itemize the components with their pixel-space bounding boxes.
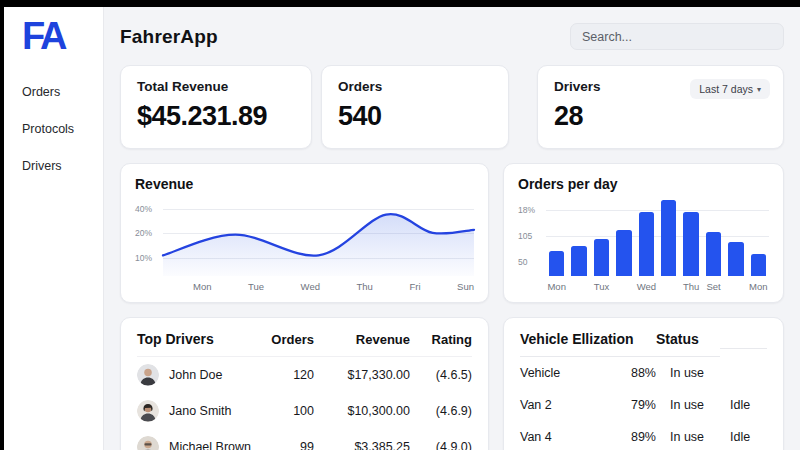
vehicle-utilization-pct: 89% bbox=[612, 421, 656, 450]
driver-revenue: $3,385.25 bbox=[314, 433, 410, 450]
main-content: FahrerApp Total Revenue $45.231.89 Order… bbox=[104, 7, 800, 450]
x-tick-label: Mon bbox=[547, 281, 565, 292]
charts-row: Revenue 40% 20% 10% bbox=[120, 163, 784, 303]
x-tick-label: Mon bbox=[193, 281, 211, 292]
driver-revenue: $10,300.00 bbox=[314, 397, 410, 425]
driver-name-cell: Jano Smith bbox=[137, 393, 258, 429]
table-title: Top Drivers bbox=[137, 331, 258, 357]
vehicle-utilization-pct: 79% bbox=[612, 389, 656, 421]
bar bbox=[549, 251, 564, 276]
bar bbox=[683, 212, 698, 276]
bar bbox=[571, 246, 586, 276]
stat-value: $45.231.89 bbox=[137, 101, 295, 132]
bar-slot: Mon bbox=[549, 200, 564, 276]
bar bbox=[639, 212, 654, 276]
orders-chart-card: Orders per day 18% 105 50 MonTuxWedThuSe… bbox=[503, 163, 784, 303]
bar-slot bbox=[571, 200, 586, 276]
tables-row: Top Drivers Orders Revenue Rating John D… bbox=[120, 317, 784, 450]
bar bbox=[728, 242, 743, 276]
avatar bbox=[137, 364, 159, 386]
x-tick-label: Wed bbox=[637, 281, 656, 292]
x-tick-label: Set bbox=[706, 281, 720, 292]
chevron-down-icon: ▾ bbox=[757, 85, 761, 94]
date-range-dropdown[interactable]: Last 7 days ▾ bbox=[690, 79, 770, 99]
y-tick: 105 bbox=[518, 231, 532, 241]
x-tick-label: Sun bbox=[457, 281, 474, 292]
sidebar-nav: Orders Protocols Drivers bbox=[22, 85, 103, 173]
revenue-chart-card: Revenue 40% 20% 10% bbox=[120, 163, 489, 303]
driver-rating: (4.9.0) bbox=[410, 433, 472, 450]
driver-orders: 120 bbox=[258, 361, 314, 389]
vehicle-status: In use bbox=[656, 421, 720, 450]
y-axis: 18% 105 50 bbox=[518, 200, 546, 276]
column-header-revenue: Revenue bbox=[314, 332, 410, 357]
table-title: Vehicle Ellization bbox=[520, 331, 656, 357]
avatar bbox=[137, 436, 159, 450]
bar bbox=[706, 232, 721, 276]
stat-card-drivers: Drivers 28 Last 7 days ▾ bbox=[537, 65, 784, 149]
app-logo[interactable]: FA bbox=[22, 15, 103, 59]
vehicle-name: Van 2 bbox=[520, 389, 612, 421]
page-title: FahrerApp bbox=[120, 26, 218, 48]
driver-name-cell: Michael Brown bbox=[137, 429, 258, 450]
stat-value: 28 bbox=[554, 101, 767, 132]
driver-orders: 99 bbox=[258, 433, 314, 450]
column-header-status: Status bbox=[656, 331, 720, 357]
vehicle-status: In use bbox=[656, 389, 720, 421]
line-area-fill bbox=[163, 214, 474, 276]
x-tick-label: Wed bbox=[301, 281, 320, 292]
bar-slot bbox=[661, 200, 676, 276]
sidebar-item-protocols[interactable]: Protocols bbox=[22, 122, 103, 136]
bar-plot-area: MonTuxWedThuSetMon bbox=[546, 200, 769, 276]
stat-value: 540 bbox=[338, 101, 492, 132]
stats-row: Total Revenue $45.231.89 Orders 540 Driv… bbox=[120, 65, 784, 149]
top-drivers-card: Top Drivers Orders Revenue Rating John D… bbox=[120, 317, 489, 450]
date-range-label: Last 7 days bbox=[699, 83, 753, 95]
vehicle-status: In use bbox=[656, 357, 720, 389]
bar bbox=[751, 254, 766, 276]
sidebar: FA Orders Protocols Drivers bbox=[4, 7, 104, 450]
top-drivers-table: Top Drivers Orders Revenue Rating John D… bbox=[137, 331, 472, 450]
sidebar-item-drivers[interactable]: Drivers bbox=[22, 159, 103, 173]
sidebar-item-orders[interactable]: Orders bbox=[22, 85, 103, 99]
driver-name: Michael Brown bbox=[169, 440, 251, 450]
stat-card-orders: Orders 540 bbox=[321, 65, 509, 149]
bar-slot bbox=[728, 200, 743, 276]
vehicle-status-extra bbox=[720, 364, 767, 382]
y-tick: 18% bbox=[518, 205, 535, 215]
app-window: FA Orders Protocols Drivers FahrerApp To… bbox=[4, 7, 800, 450]
driver-name-cell: John Doe bbox=[137, 357, 258, 393]
y-tick: 50 bbox=[518, 257, 527, 267]
driver-rating: (4.6.9) bbox=[410, 397, 472, 425]
search-input[interactable] bbox=[570, 23, 784, 50]
avatar bbox=[137, 400, 159, 422]
stat-label: Total Revenue bbox=[137, 79, 295, 94]
orders-bar-chart: 18% 105 50 MonTuxWedThuSetMon bbox=[518, 200, 769, 276]
driver-orders: 100 bbox=[258, 397, 314, 425]
vehicle-status-extra: Idle bbox=[720, 421, 767, 450]
column-header-rating: Rating bbox=[410, 332, 472, 357]
bar bbox=[661, 200, 676, 276]
driver-revenue: $17,330.00 bbox=[314, 361, 410, 389]
header-spacer bbox=[720, 339, 767, 349]
driver-name: John Doe bbox=[169, 368, 223, 382]
x-tick-label: Thu bbox=[683, 281, 699, 292]
bar-slot: Thu bbox=[683, 200, 698, 276]
chart-title: Revenue bbox=[135, 176, 474, 192]
y-axis: 40% 20% 10% bbox=[135, 200, 163, 276]
x-tick-label: Thu bbox=[357, 281, 373, 292]
bar bbox=[616, 230, 631, 276]
revenue-line-svg bbox=[163, 200, 474, 276]
y-tick: 40% bbox=[135, 204, 152, 214]
x-tick-label: Mon bbox=[749, 281, 767, 292]
chart-title: Orders per day bbox=[518, 176, 769, 192]
x-axis-labels: MonTueWedThuFriSun bbox=[135, 276, 474, 292]
bar-slot: Set bbox=[706, 200, 721, 276]
bar bbox=[594, 239, 609, 276]
vehicle-name: Vehicle bbox=[520, 357, 612, 389]
vehicle-utilization-card: Vehicle Ellization Status Vehicle 88% In… bbox=[503, 317, 784, 450]
vehicle-utilization-table: Vehicle Ellization Status Vehicle 88% In… bbox=[520, 331, 767, 450]
stat-card-total-revenue: Total Revenue $45.231.89 bbox=[120, 65, 312, 149]
top-bar: FahrerApp bbox=[120, 23, 784, 50]
vehicle-status-extra: Idle bbox=[720, 389, 767, 421]
